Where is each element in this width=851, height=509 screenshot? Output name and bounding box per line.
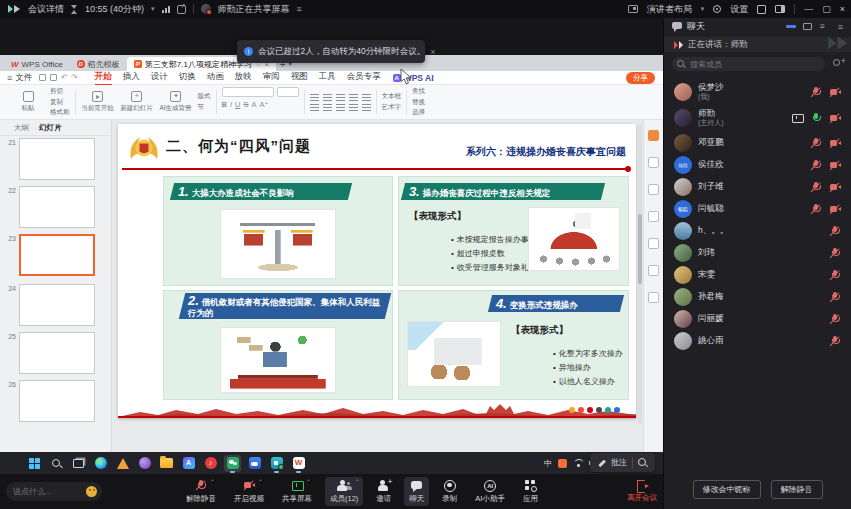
align-left-icon[interactable] [336,94,345,101]
emoji-icon[interactable] [86,486,97,497]
settings-button[interactable]: 设置 [730,3,748,16]
layout-list-icon[interactable]: ≡ [819,23,824,30]
line-spacing-icon[interactable] [336,104,345,111]
slide-thumbnail[interactable]: 22 [4,186,95,228]
align-right-icon[interactable] [362,94,371,101]
maximize-button[interactable]: ▢ [822,5,831,14]
outdent-icon[interactable] [323,104,332,111]
justify-icon[interactable] [349,104,358,111]
chevron-down-icon[interactable]: ▾ [151,5,155,13]
play-from-current-button[interactable]: 当前页开始 [81,87,115,117]
tab-view[interactable]: 视图 [291,70,308,86]
gear-icon[interactable] [713,5,721,13]
participant-row[interactable]: 邓亚鹏 [664,131,851,155]
quick-chat-input[interactable] [11,486,82,497]
indent-icon[interactable] [310,104,319,111]
sidebar-tool-icon[interactable] [648,238,659,249]
task-view-button[interactable] [70,455,87,472]
wps-home-tab[interactable]: W WPS Office [4,57,70,71]
add-member-icon[interactable] [831,59,844,70]
find-button[interactable]: 查找 [412,87,425,96]
ime-indicator[interactable]: 中 [544,458,552,469]
search-members-input[interactable] [672,57,825,71]
new-slide-button[interactable]: 新建幻灯片 [120,87,154,117]
layout-dash-icon[interactable] [786,25,796,28]
sidebar-tool-icon[interactable] [648,184,659,195]
underline-button[interactable]: U [235,100,240,109]
taskbar-app-a[interactable]: A [180,455,197,472]
tab-review[interactable]: 审阅 [263,70,280,86]
participant-row[interactable]: 宋雯 [664,263,851,287]
participant-row[interactable]: 姚心雨 [664,329,851,353]
start-button[interactable] [26,455,43,472]
chat-button[interactable]: 聊天 [404,477,429,506]
quick-chat-box[interactable] [6,482,102,501]
file-menu[interactable]: ≡ 文件 [0,72,39,84]
sidebar-toggle-icon[interactable] [775,5,785,13]
align-center-icon[interactable] [349,94,358,101]
taskbar-app-purple[interactable] [136,455,153,472]
toast-close-icon[interactable]: × [430,47,435,57]
participant-row-host[interactable]: 师勤(主持人) [664,106,851,130]
wifi-icon[interactable] [573,459,583,467]
close-button[interactable]: × [840,5,845,14]
taskbar-explorer[interactable] [158,455,175,472]
replace-button[interactable]: 替换 [412,98,425,107]
select-button[interactable]: 选择 [412,108,425,117]
strikethrough-button[interactable]: S [243,100,248,109]
tab-animation[interactable]: 动画 [207,70,224,86]
sidebar-tool-icon[interactable] [648,292,659,303]
slide[interactable]: 二、何为“四风”问题 系列六：违规操办婚丧喜庆事宜问题 1.大操大办造成社会不良… [118,124,636,418]
chevron-down-icon[interactable]: ▾ [701,5,705,13]
layout-button[interactable]: 版式 [198,92,211,101]
beautify-tool-icon[interactable] [648,130,659,141]
wordart-button[interactable]: 艺术字 [382,103,402,112]
slide-thumbnail[interactable]: 25 [4,332,95,374]
print-icon[interactable] [50,74,57,81]
popout-icon[interactable] [177,5,186,14]
menu-icon[interactable]: ≡ [297,4,302,14]
tray-app-icon[interactable] [558,459,567,468]
paste-button[interactable]: 粘贴 [11,87,45,117]
magnifier-icon[interactable] [638,458,648,468]
pen-icon[interactable] [597,458,606,467]
save-icon[interactable] [39,74,46,81]
participant-row[interactable]: 刘玮 [664,241,851,265]
tab-home[interactable]: 开始 [95,70,112,86]
participant-row[interactable]: 刘子维 [664,175,851,199]
tab-member[interactable]: 会员专享 [347,70,381,86]
participant-row[interactable]: 佳欣 侯佳欣 [664,153,851,177]
taskbar-music[interactable]: ♪ [202,455,219,472]
bullets-icon[interactable] [310,94,319,101]
outline-tab[interactable]: 大纲 [14,123,29,133]
taskbar-netdisk[interactable] [246,455,263,472]
undo-icon[interactable]: ↶ [61,73,68,82]
layout-icon[interactable] [628,5,638,13]
textbox-button[interactable]: 文本框 [382,92,402,101]
grow-font-button[interactable]: A⁺ [259,100,268,109]
rename-button[interactable]: 修改会中昵称 [693,480,761,499]
record-button[interactable]: 录制 [437,477,462,506]
sidebar-tool-icon[interactable] [648,157,659,168]
collapse-panel-icon[interactable]: ≡ [838,22,843,32]
chevron-up-icon[interactable]: ⌃ [257,478,262,485]
sidebar-tool-icon[interactable] [648,211,659,222]
chevron-up-icon[interactable]: ⌃ [354,478,359,485]
sidebar-tool-icon[interactable] [648,265,659,276]
bold-button[interactable]: B [222,100,227,109]
font-size-select[interactable] [277,87,299,97]
annotate-button[interactable]: 批注 [611,457,627,468]
ai-background-button[interactable]: AI生成背景 [159,87,193,117]
members-button[interactable]: ⌃ 成员(12) [325,477,363,506]
share-screen-button[interactable]: ⌃ 共享屏幕 [277,477,317,506]
ai-assistant-button[interactable]: AI AI小助手 [470,477,510,506]
taskbar-app-orange[interactable] [114,455,131,472]
layout-window-icon[interactable] [803,23,812,30]
wps-ai-tab[interactable]: A WPS AI [393,73,434,83]
unmute-self-button[interactable]: 解除静音 [771,480,823,499]
fullscreen-icon[interactable] [757,5,766,14]
slides-tab[interactable]: 幻灯片 [39,123,62,133]
participant-row[interactable]: h、。。 [664,219,851,243]
text-direction-icon[interactable] [362,104,371,111]
participant-row[interactable]: 闫丽媛 [664,307,851,331]
